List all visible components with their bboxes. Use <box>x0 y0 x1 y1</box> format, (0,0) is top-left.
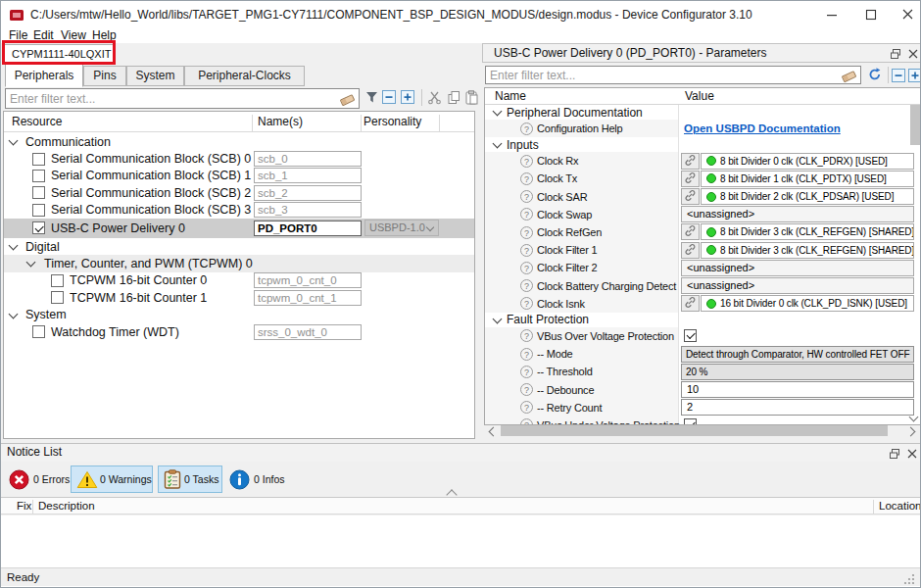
help-icon[interactable]: ? <box>520 418 533 425</box>
resource-name-input[interactable]: PD_PORT0 <box>254 220 362 236</box>
resource-checkbox[interactable] <box>32 221 45 234</box>
resource-name-input[interactable]: scb_2 <box>254 185 362 201</box>
parameter-edit[interactable]: 10 <box>681 381 914 398</box>
resource-row[interactable]: Serial Communication Block (SCB) 3scb_3 <box>4 202 474 219</box>
parameter-row[interactable]: ?Clock Swap<unassigned> <box>485 206 920 223</box>
notice-tab-label[interactable]: 0 Tasks <box>184 473 218 485</box>
horizontal-scrollbar-thumb[interactable] <box>501 425 888 436</box>
parameter-row[interactable]: ?Clock SAR8 bit Divider 2 clk (CLK_PDSAR… <box>485 188 920 206</box>
clear-filter-eraser-icon[interactable] <box>340 92 356 106</box>
close-button[interactable] <box>891 1 921 28</box>
maximize-button[interactable] <box>854 1 888 28</box>
parameters-expand-all-icon[interactable] <box>908 69 921 82</box>
parameter-row[interactable]: ?Clock Filter 2<unassigned> <box>485 259 920 276</box>
parameter-checkbox[interactable] <box>684 418 697 425</box>
clock-link-icon[interactable] <box>681 242 700 259</box>
tree-expanded-icon[interactable] <box>9 309 19 318</box>
resource-row[interactable]: Serial Communication Block (SCB) 0scb_0 <box>4 150 474 167</box>
help-icon[interactable]: ? <box>520 279 533 292</box>
resource-row[interactable]: Watchdog Timer (WDT)srss_0_wdt_0 <box>4 323 474 340</box>
tree-expanded-icon[interactable] <box>493 139 503 149</box>
help-icon[interactable]: ? <box>520 366 533 378</box>
notice-tab-label[interactable]: 0 Infos <box>254 473 285 485</box>
resource-checkbox[interactable] <box>32 186 45 199</box>
parameter-row[interactable]: Fault Protection <box>485 313 920 327</box>
personality-select[interactable]: USBPD-1.0 <box>364 220 439 236</box>
resource-checkbox[interactable] <box>32 204 45 217</box>
resource-row[interactable]: USB-C Power Delivery 0PD_PORT0USBPD-1.0 <box>4 219 474 238</box>
resource-row[interactable]: System <box>4 307 474 323</box>
parameter-row[interactable]: ?Clock RefGen8 bit Divider 3 clk (CLK_RE… <box>485 223 920 241</box>
parameter-checkbox[interactable] <box>684 329 697 342</box>
parameter-row[interactable]: ?-- ModeDetect through Comparator, HW co… <box>485 345 920 363</box>
cut-icon[interactable] <box>427 90 442 105</box>
resource-checkbox[interactable] <box>51 274 64 287</box>
tree-expanded-icon[interactable] <box>26 258 36 268</box>
clock-value[interactable]: 8 bit Divider 3 clk (CLK_REFGEN) [SHARED… <box>701 242 914 259</box>
clock-value[interactable]: 16 bit Divider 0 clk (CLK_PD_ISNK) [USED… <box>701 295 914 312</box>
resource-row[interactable]: Serial Communication Block (SCB) 1scb_1 <box>4 168 474 184</box>
parameters-collapse-all-icon[interactable] <box>892 69 905 82</box>
help-icon[interactable]: ? <box>520 122 533 135</box>
resource-row[interactable]: Serial Communication Block (SCB) 2scb_2 <box>4 184 474 201</box>
close-pane-icon[interactable] <box>907 48 919 60</box>
copy-icon[interactable] <box>447 90 461 105</box>
resource-checkbox[interactable] <box>32 153 45 166</box>
help-icon[interactable]: ? <box>520 172 533 185</box>
resource-name-input[interactable]: scb_0 <box>254 151 362 167</box>
notice-tab-label[interactable]: 0 Errors <box>33 473 70 485</box>
notice-tab-label[interactable]: 0 Warnings <box>100 473 152 485</box>
float-pane-icon[interactable] <box>890 48 901 60</box>
resource-row[interactable]: TCPWM 16-bit Counter 0tcpwm_0_cnt_0 <box>4 272 474 289</box>
minimize-button[interactable] <box>815 1 848 28</box>
clock-link-icon[interactable] <box>681 153 700 170</box>
resource-checkbox[interactable] <box>32 170 45 182</box>
tree-expanded-icon[interactable] <box>9 136 19 146</box>
parameter-row[interactable]: ?Clock Battery Charging Detect<unassigne… <box>485 277 920 295</box>
clock-value[interactable]: 8 bit Divider 3 clk (CLK_REFGEN) [SHARED… <box>701 223 914 240</box>
parameter-row[interactable]: ?VBus Over Voltage Protection <box>485 327 920 345</box>
warning-icon[interactable] <box>76 470 98 489</box>
paste-icon[interactable] <box>464 90 479 105</box>
resource-name-input[interactable]: tcpwm_0_cnt_0 <box>254 272 362 288</box>
scroll-left-icon[interactable] <box>489 427 499 437</box>
unassigned-value[interactable]: <unassigned> <box>681 206 914 222</box>
resource-row[interactable]: TCPWM 16-bit Counter 1tcpwm_0_cnt_1 <box>4 289 474 306</box>
clock-value[interactable]: 8 bit Divider 1 clk (CLK_PDTX) [USED] <box>701 171 914 187</box>
resource-name-input[interactable]: tcpwm_0_cnt_1 <box>254 290 362 306</box>
tab-peripheral-clocks[interactable]: Peripheral-Clocks <box>184 66 305 86</box>
tab-system[interactable]: System <box>126 66 184 86</box>
parameter-combo[interactable]: Detect through Comparator, HW controlled… <box>681 346 914 363</box>
resource-row[interactable]: Communication <box>4 133 474 150</box>
parameters-filter-input[interactable] <box>485 66 861 84</box>
vertical-scrollbar-thumb[interactable] <box>910 104 920 145</box>
collapse-all-icon[interactable] <box>382 90 396 104</box>
resource-name-input[interactable]: scb_1 <box>254 168 362 183</box>
help-icon[interactable]: ? <box>520 155 533 168</box>
clock-value[interactable]: 8 bit Divider 0 clk (CLK_PDRX) [USED] <box>701 153 914 170</box>
unassigned-value[interactable]: <unassigned> <box>681 277 914 294</box>
filter-funnel-icon[interactable] <box>364 90 379 105</box>
parameter-row[interactable]: Inputs <box>485 137 920 152</box>
help-icon[interactable]: ? <box>520 262 533 274</box>
parameter-row[interactable]: ?-- Debounce10 <box>485 380 920 398</box>
resource-checkbox[interactable] <box>51 291 64 304</box>
tree-expanded-icon[interactable] <box>493 107 503 117</box>
help-icon[interactable]: ? <box>520 348 533 361</box>
parameter-edit[interactable]: 2 <box>681 399 914 416</box>
parameter-row[interactable]: ?Clock Rx8 bit Divider 0 clk (CLK_PDRX) … <box>485 152 920 170</box>
parameter-row[interactable]: ?Clock Tx8 bit Divider 1 clk (CLK_PDTX) … <box>485 170 920 187</box>
peripherals-filter-input[interactable] <box>5 88 360 109</box>
parameter-row[interactable]: ?-- Retry Count2 <box>485 399 920 416</box>
tasks-icon[interactable] <box>164 469 181 489</box>
clock-value[interactable]: 8 bit Divider 2 clk (CLK_PDSAR) [USED] <box>701 188 914 205</box>
resource-name-input[interactable]: scb_3 <box>254 202 362 218</box>
tab-peripherals[interactable]: Peripherals <box>5 64 83 87</box>
parameter-row[interactable]: Peripheral Documentation <box>485 105 920 120</box>
clock-link-icon[interactable] <box>681 295 700 312</box>
unassigned-value[interactable]: <unassigned> <box>681 260 914 276</box>
clock-link-icon[interactable] <box>681 188 700 205</box>
resource-row[interactable]: Digital <box>4 238 474 255</box>
tree-expanded-icon[interactable] <box>9 241 19 251</box>
clock-link-icon[interactable] <box>681 171 700 187</box>
